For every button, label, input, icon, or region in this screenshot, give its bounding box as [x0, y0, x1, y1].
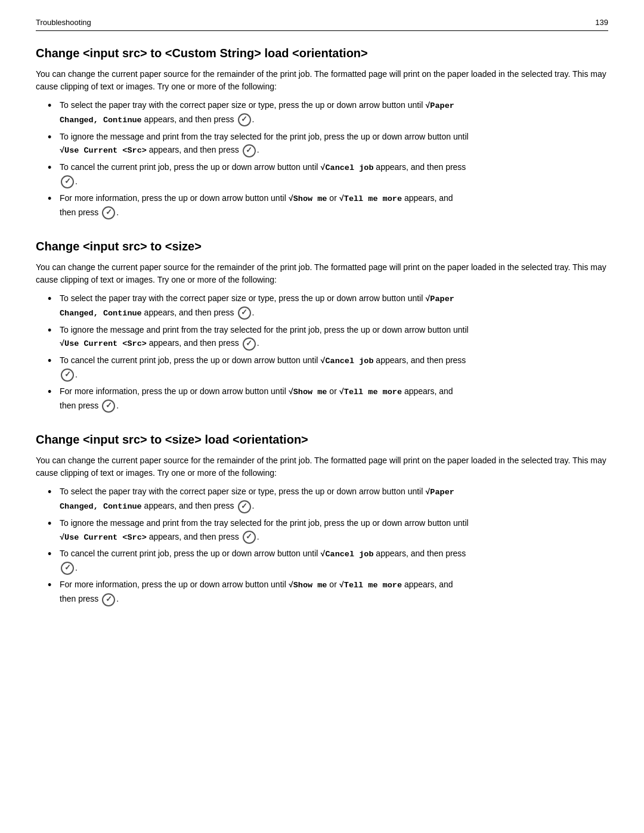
section-1: Change <input src> to <Custom String> lo… [36, 45, 608, 219]
section-3-intro: You can change the current paper source … [36, 454, 608, 479]
check-icon-5 [238, 306, 251, 320]
bullet-2-3: To cancel the current print job, press t… [48, 354, 608, 382]
bullet-3-1: To select the paper tray with the correc… [48, 485, 608, 513]
check-icon-4 [102, 206, 115, 219]
bullet-2-1: To select the paper tray with the correc… [48, 292, 608, 320]
check-icon-3 [61, 175, 74, 188]
section-2-bullets: To select the paper tray with the correc… [48, 292, 608, 413]
bullet-3-4: For more information, press the up or do… [48, 578, 608, 606]
section-2-intro: You can change the current paper source … [36, 261, 608, 286]
bullet-1-2: To ignore the message and print from the… [48, 131, 608, 157]
section-2: Change <input src> to <size> You can cha… [36, 239, 608, 413]
section-2-heading: Change <input src> to <size> [36, 239, 608, 254]
header-title: Troubleshooting [36, 18, 91, 27]
bullet-1-1: To select the paper tray with the correc… [48, 99, 608, 127]
bullet-1-3: To cancel the current print job, press t… [48, 161, 608, 188]
bullet-3-2: To ignore the message and print from the… [48, 517, 608, 544]
check-icon-12 [102, 593, 115, 606]
section-3-bullets: To select the paper tray with the correc… [48, 485, 608, 606]
check-icon-1 [238, 113, 251, 126]
check-icon-8 [102, 400, 115, 413]
check-icon-2 [243, 144, 256, 157]
bullet-2-4: For more information, press the up or do… [48, 385, 608, 413]
check-icon-10 [243, 531, 256, 544]
check-icon-6 [243, 337, 256, 351]
bullet-1-4: For more information, press the up or do… [48, 192, 608, 219]
page: Troubleshooting 139 Change <input src> t… [0, 0, 644, 833]
check-icon-11 [61, 562, 74, 575]
page-header: Troubleshooting 139 [36, 18, 608, 31]
section-3: Change <input src> to <size> load <orien… [36, 432, 608, 606]
header-page-number: 139 [595, 18, 608, 27]
section-1-bullets: To select the paper tray with the correc… [48, 99, 608, 219]
section-3-heading: Change <input src> to <size> load <orien… [36, 432, 608, 447]
bullet-3-3: To cancel the current print job, press t… [48, 547, 608, 575]
section-1-heading: Change <input src> to <Custom String> lo… [36, 45, 608, 61]
section-1-intro: You can change the current paper source … [36, 68, 608, 93]
bullet-2-2: To ignore the message and print from the… [48, 324, 608, 351]
check-icon-7 [61, 368, 74, 382]
check-icon-9 [238, 500, 251, 513]
